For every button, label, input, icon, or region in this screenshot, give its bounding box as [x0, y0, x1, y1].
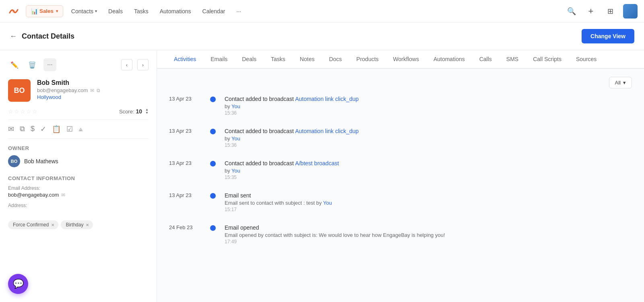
broadcast-link[interactable]: Automation link click_dup	[295, 96, 359, 102]
sales-chevron-icon: ▾	[56, 9, 58, 13]
filter-all-button[interactable]: All ▾	[609, 77, 632, 88]
tab-docs[interactable]: Docs	[322, 50, 349, 69]
delete-button[interactable]: 🗑️	[26, 58, 39, 71]
email-value-icon: ✉	[61, 192, 65, 198]
nav-tasks[interactable]: Tasks	[134, 8, 149, 14]
tab-products[interactable]: Products	[349, 50, 386, 69]
tab-tasks[interactable]: Tasks	[264, 50, 293, 69]
tab-workflows[interactable]: Workflows	[386, 50, 426, 69]
address-label: Address:	[8, 203, 149, 208]
change-view-button[interactable]: Change View	[582, 29, 634, 43]
score-stepper[interactable]: ▲ ▼	[145, 108, 149, 115]
quick-dollar-icon[interactable]: $	[31, 125, 35, 134]
nav-deals[interactable]: Deals	[108, 8, 123, 14]
activity-title: Email opened	[225, 224, 632, 232]
tag-birthday-remove[interactable]: ✕	[86, 223, 89, 227]
star-1[interactable]: ☆	[8, 108, 13, 115]
back-button[interactable]: ←	[10, 32, 17, 41]
activity-by-link[interactable]: You	[231, 103, 240, 109]
sales-menu-button[interactable]: 📊 Sales ▾	[26, 5, 63, 17]
broadcast-link[interactable]: A/btest broadcast	[295, 160, 339, 166]
copy-email-icon[interactable]: ⧉	[97, 88, 100, 93]
tag-force-confirmed: Force Confirmed ✕	[8, 220, 58, 229]
top-nav: 📊 Sales ▾ Contacts ▾ Deals Tasks Automat…	[0, 0, 644, 23]
activity-item: 13 Apr 23 Email sent Email sent to conta…	[169, 191, 632, 212]
activity-body: Email sent Email sent to contact with su…	[225, 191, 632, 212]
tag-force-confirmed-remove[interactable]: ✕	[51, 223, 54, 227]
contact-information-section: Contact Information Email Address: bob@e…	[8, 175, 149, 208]
chat-bubble-button[interactable]: 💬	[8, 274, 28, 294]
tag-birthday: Birthday ✕	[61, 220, 93, 229]
nav-more[interactable]: ···	[236, 8, 241, 14]
rating-stars[interactable]: ☆ ☆ ☆ ☆ ☆	[8, 108, 37, 115]
quick-copy-icon[interactable]: ⧉	[20, 125, 25, 134]
owner-name: Bob Mathews	[24, 158, 58, 164]
page-header-left: ← Contact Details	[10, 32, 74, 41]
activity-item: 24 Feb 23 Email opened Email opened by c…	[169, 224, 632, 244]
next-contact-button[interactable]: ›	[137, 59, 149, 70]
quick-task-icon[interactable]: ✓	[40, 125, 46, 134]
search-button[interactable]: 🔍	[565, 5, 578, 18]
more-actions-button[interactable]: ···	[43, 58, 56, 71]
activity-dot-filled	[210, 193, 216, 199]
apps-button[interactable]: ⊞	[604, 5, 617, 18]
tab-deals[interactable]: Deals	[235, 50, 264, 69]
tab-emails[interactable]: Emails	[203, 50, 235, 69]
activity-date: 13 Apr 23	[169, 95, 201, 116]
quick-checklist-icon[interactable]: ☑	[66, 125, 73, 134]
nav-automations[interactable]: Automations	[160, 8, 191, 14]
star-4[interactable]: ☆	[26, 108, 31, 115]
contact-location[interactable]: Hollywood	[37, 94, 100, 100]
activity-dot	[209, 224, 217, 244]
owner-initials: BO	[11, 159, 18, 164]
email-address-label: Email Address:	[8, 185, 149, 191]
right-content: Activities Emails Deals Tasks Notes Docs…	[157, 50, 644, 302]
quick-tag-icon[interactable]: ⟁	[78, 125, 83, 134]
tab-calls[interactable]: Calls	[472, 50, 499, 69]
activity-by-link[interactable]: You	[231, 136, 240, 142]
star-5[interactable]: ☆	[32, 108, 37, 115]
activity-dot	[209, 127, 217, 148]
tab-notes[interactable]: Notes	[293, 50, 322, 69]
nav-contacts[interactable]: Contacts ▾	[71, 8, 97, 14]
tabs-bar: Activities Emails Deals Tasks Notes Docs…	[157, 50, 644, 69]
activity-dot	[209, 95, 217, 116]
star-3[interactable]: ☆	[20, 108, 25, 115]
contact-info-header: Bob Smith bob@engagebay.com ✉ ⧉ Hollywoo…	[37, 79, 100, 100]
owner-avatar: BO	[8, 155, 20, 167]
score-label: Score:	[119, 109, 134, 115]
score-row: ☆ ☆ ☆ ☆ ☆ Score: 10 ▲ ▼	[8, 108, 149, 115]
activity-date: 13 Apr 23	[169, 127, 201, 148]
sales-icon: 📊	[31, 8, 38, 14]
activity-time: 15:36	[225, 110, 632, 116]
nav-calendar[interactable]: Calendar	[202, 8, 225, 14]
sales-label: Sales	[39, 8, 54, 14]
activity-title: Contact added to broadcast Automation li…	[225, 95, 632, 103]
star-2[interactable]: ☆	[14, 108, 19, 115]
filter-row: All ▾	[169, 77, 632, 88]
email-value-text: bob@engagebay.com	[8, 192, 59, 198]
add-button[interactable]: +	[584, 5, 597, 18]
email-icon: ✉	[90, 88, 94, 93]
broadcast-link[interactable]: Automation link click_dup	[295, 128, 359, 134]
prev-contact-button[interactable]: ‹	[121, 59, 132, 70]
edit-button[interactable]: ✏️	[8, 58, 21, 71]
quick-note-icon[interactable]: 📋	[52, 125, 61, 134]
tab-call-scripts[interactable]: Call Scripts	[526, 50, 569, 69]
quick-email-icon[interactable]: ✉	[8, 125, 14, 134]
activity-dot	[209, 159, 217, 180]
activity-by-link[interactable]: You	[231, 168, 240, 174]
tab-automations[interactable]: Automations	[426, 50, 472, 69]
tab-activities[interactable]: Activities	[167, 50, 203, 69]
logo-icon[interactable]	[6, 4, 21, 18]
tab-sms[interactable]: SMS	[499, 50, 526, 69]
activity-date: 13 Apr 23	[169, 191, 201, 212]
user-avatar[interactable]	[623, 4, 638, 18]
activity-by-link[interactable]: You	[323, 200, 332, 206]
owner-section-title: Owner	[8, 145, 149, 151]
contact-name: Bob Smith	[37, 79, 100, 86]
score-down[interactable]: ▼	[145, 111, 149, 115]
activity-by: by You	[225, 103, 632, 109]
tab-sources[interactable]: Sources	[569, 50, 604, 69]
contact-card: BO Bob Smith bob@engagebay.com ✉ ⧉ Holly…	[8, 79, 149, 102]
